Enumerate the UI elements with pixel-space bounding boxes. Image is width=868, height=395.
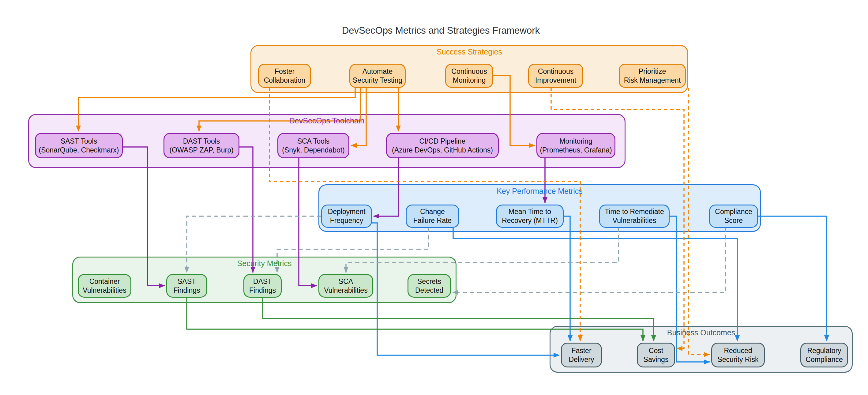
group-label-security-metrics: Security Metrics — [237, 259, 292, 268]
node-mttr: Mean Time to Recovery (MTTR) — [496, 205, 564, 228]
node-cicd-pipeline: CI/CD Pipeline (Azure DevOps, GitHub Act… — [386, 133, 499, 158]
node-continuous-improvement: Continuous Improvement — [528, 64, 583, 88]
group-label-devsecops-toolchain: DevSecOps Toolchain — [289, 116, 365, 125]
node-dast-findings: DAST Findings — [243, 274, 282, 298]
node-faster-delivery: Faster Delivery — [561, 343, 602, 367]
node-container-vulnerabilities: Container Vulnerabilities — [78, 274, 131, 298]
node-reduced-security-risk: Reduced Security Risk — [711, 343, 765, 367]
node-monitoring: Monitoring (Prometheus, Grafana) — [536, 133, 615, 158]
node-sast-findings: SAST Findings — [166, 274, 207, 298]
node-foster-collaboration: Foster Collaboration — [258, 64, 311, 88]
node-regulatory-compliance: Regulatory Compliance — [800, 343, 848, 367]
node-prioritize-risk-management: Prioritize Risk Management — [619, 64, 686, 88]
node-cost-savings: Cost Savings — [637, 343, 675, 367]
node-compliance-score: Compliance Score — [709, 205, 758, 228]
group-label-success-strategies: Success Strategies — [437, 48, 502, 56]
node-layer: Success StrategiesFoster CollaborationAu… — [0, 0, 868, 395]
node-automate-security-testing: Automate Security Testing — [349, 64, 406, 88]
group-label-key-performance-metrics: Key Performance Metrics — [497, 187, 583, 196]
group-label-business-outcomes: Business Outcomes — [667, 328, 735, 337]
node-secrets-detected: Secrets Detected — [407, 274, 451, 298]
node-sca-vulnerabilities: SCA Vulnerabilities — [318, 274, 373, 298]
node-change-failure-rate: Change Failure Rate — [406, 205, 459, 228]
node-continuous-monitoring: Continuous Monitoring — [445, 64, 493, 88]
node-dast-tools: DAST Tools (OWASP ZAP, Burp) — [163, 133, 240, 158]
node-deployment-frequency: Deployment Frequency — [321, 205, 372, 228]
diagram-canvas: DevSecOps Metrics and Strategies Framewo… — [0, 0, 868, 395]
node-sca-tools: SCA Tools (Snyk, Dependabot) — [277, 133, 349, 158]
node-time-to-remediate: Time to Remediate Vulnerabilities — [599, 205, 670, 228]
node-sast-tools: SAST Tools (SonarQube, Checkmarx) — [35, 133, 123, 158]
